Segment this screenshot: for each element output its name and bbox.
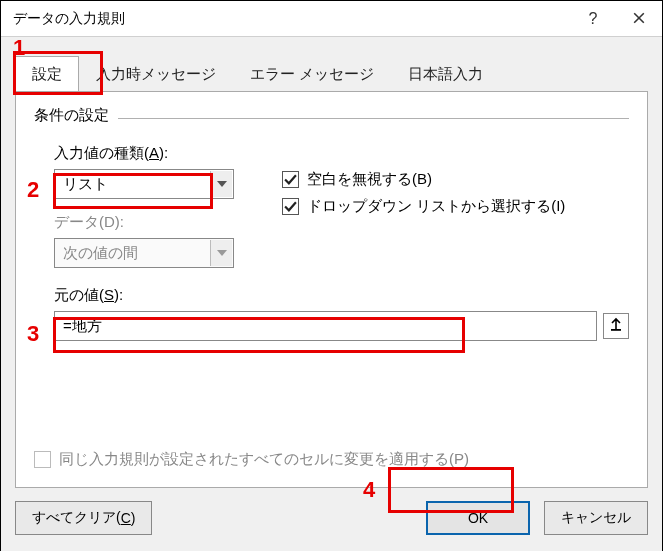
criteria-group-title: 条件の設定	[34, 106, 109, 125]
ignore-blank-label: 空白を無視する(B)	[307, 170, 432, 189]
ignore-blank-checkbox[interactable]: 空白を無視する(B)	[282, 170, 565, 189]
checkbox-icon	[34, 451, 51, 468]
help-button[interactable]: ?	[570, 1, 616, 37]
tab-input-message[interactable]: 入力時メッセージ	[79, 56, 233, 93]
window-title: データの入力規則	[13, 10, 570, 28]
tab-ime[interactable]: 日本語入力	[391, 56, 500, 93]
help-icon: ?	[589, 10, 598, 28]
chevron-down-icon	[210, 240, 232, 266]
ok-button[interactable]: OK	[426, 501, 530, 535]
cancel-button[interactable]: キャンセル	[544, 501, 648, 535]
dialog-data-validation: データの入力規則 ? 設定 入力時メッセージ エラー メッセージ 日本語入力 条…	[0, 0, 663, 551]
data-label: データ(D):	[54, 213, 264, 232]
dialog-body: 設定 入力時メッセージ エラー メッセージ 日本語入力 条件の設定 入力値の種類…	[1, 37, 662, 551]
data-dropdown: 次の値の間	[54, 238, 234, 268]
checkbox-icon	[282, 171, 299, 188]
apply-same-checkbox: 同じ入力規則が設定されたすべてのセルに変更を適用する(P)	[34, 450, 469, 469]
settings-panel: 条件の設定 入力値の種類(A): リスト データ(D):	[15, 91, 648, 488]
apply-same-label: 同じ入力規則が設定されたすべてのセルに変更を適用する(P)	[59, 450, 469, 469]
source-label: 元の値(S):	[54, 286, 629, 305]
tab-strip: 設定 入力時メッセージ エラー メッセージ 日本語入力	[15, 55, 500, 92]
in-cell-dropdown-label: ドロップダウン リストから選択する(I)	[307, 197, 565, 216]
close-icon	[633, 10, 645, 28]
dialog-footer: すべてクリア(C) OK キャンセル	[15, 498, 648, 538]
data-dropdown-value: 次の値の間	[63, 244, 138, 263]
svg-rect-0	[611, 329, 621, 331]
source-input-value: =地方	[63, 317, 102, 336]
close-button[interactable]	[616, 1, 662, 37]
tab-error-alert[interactable]: エラー メッセージ	[233, 56, 391, 93]
chevron-down-icon	[210, 171, 232, 197]
clear-all-button[interactable]: すべてクリア(C)	[15, 501, 152, 535]
criteria-row: 入力値の種類(A): リスト データ(D): 次の値の間	[54, 144, 629, 268]
tab-settings[interactable]: 設定	[15, 56, 79, 93]
criteria-group-separator	[118, 118, 629, 119]
allow-label: 入力値の種類(A):	[54, 144, 264, 163]
checkbox-icon	[282, 198, 299, 215]
source-input[interactable]: =地方	[54, 311, 597, 341]
titlebar: データの入力規則 ?	[1, 1, 662, 37]
range-picker-icon	[609, 317, 623, 335]
range-picker-button[interactable]	[603, 313, 629, 339]
in-cell-dropdown-checkbox[interactable]: ドロップダウン リストから選択する(I)	[282, 197, 565, 216]
allow-dropdown-value: リスト	[63, 175, 108, 194]
allow-dropdown[interactable]: リスト	[54, 169, 234, 199]
